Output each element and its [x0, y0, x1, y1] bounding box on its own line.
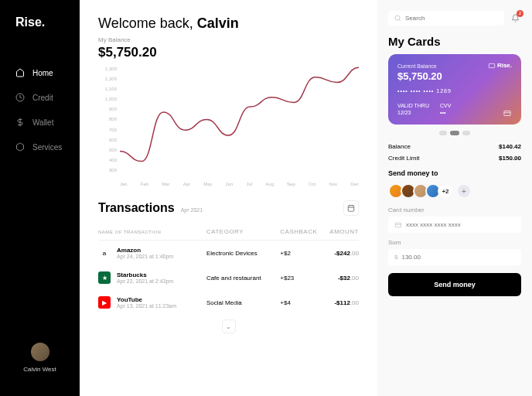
merchant-date: Apr 22, 2021 at 2:43pm	[117, 278, 173, 284]
card-number-input[interactable]	[406, 221, 515, 228]
row-cashback: +$2	[280, 250, 319, 257]
row-cashback: +$23	[280, 275, 319, 282]
dot[interactable]	[439, 131, 447, 135]
home-icon	[15, 68, 25, 77]
credit-card[interactable]: Rise. Current Balance $5,750.20 •••• •••…	[388, 54, 521, 125]
merchant-date: Apr 24, 2021 at 1:40pm	[117, 254, 173, 259]
balance-label: My Balance	[98, 36, 359, 43]
contacts-list: +2 +	[388, 183, 521, 199]
th-cashback: CASHBACK	[280, 228, 319, 235]
dollar-icon: $	[394, 254, 397, 261]
profile[interactable]: Calvin West	[0, 335, 80, 381]
transactions-title: Transactions	[98, 201, 175, 215]
svg-point-2	[395, 15, 400, 20]
merchant-name: YouTube	[117, 296, 176, 303]
cvv-label: CVV	[440, 103, 451, 108]
transactions-table: NAME OF TRANSACTION CATEGORY CASHBACK AM…	[98, 224, 359, 333]
merchant-icon: a	[98, 247, 111, 259]
balance-value: $5,750.20	[98, 45, 359, 60]
merchant-icon: ▶	[98, 296, 111, 309]
svg-rect-1	[348, 206, 354, 212]
th-amount: AMOUNT	[319, 228, 359, 235]
merchant-date: Apr 13, 2021 at 11:23am	[117, 303, 176, 309]
nav-home[interactable]: Home	[0, 60, 80, 85]
card-balance-label: Current Balance	[397, 63, 512, 69]
stat-credit: $150.00	[499, 155, 521, 162]
table-row[interactable]: aAmazonApr 24, 2021 at 1:40pmElectronic …	[98, 241, 359, 265]
dot-active[interactable]	[450, 131, 459, 135]
calendar-icon	[347, 204, 355, 212]
send-title: Send money to	[388, 169, 521, 177]
avatar	[31, 343, 49, 361]
row-amount: -$242.00	[319, 250, 359, 257]
row-cashback: +$4	[280, 299, 319, 306]
nav-label: Home	[32, 69, 53, 77]
calendar-button[interactable]	[343, 200, 359, 216]
notifications-button[interactable]: 2	[509, 12, 521, 25]
dot[interactable]	[462, 131, 470, 135]
row-amount: -$32.00	[319, 275, 359, 282]
row-amount: -$112.00	[319, 299, 359, 306]
cvv-value: •••	[440, 110, 451, 115]
nav-label: Services	[32, 143, 62, 152]
valid-label: VALID THRU	[397, 103, 429, 108]
clock-icon	[15, 93, 25, 102]
search-box[interactable]	[388, 11, 504, 26]
search-input[interactable]	[405, 15, 498, 22]
table-row[interactable]: ▶YouTubeApr 13, 2021 at 11:23amSocial Me…	[98, 290, 359, 315]
stat-balance: $140.42	[499, 143, 521, 150]
dollar-icon	[15, 118, 25, 127]
row-category: Social Media	[206, 299, 280, 306]
card-icon	[394, 222, 402, 228]
stat-credit-label: Credit Limit	[388, 155, 419, 162]
th-category: CATEGORY	[206, 228, 280, 235]
svg-rect-4	[504, 111, 510, 116]
add-contact-button[interactable]: +	[456, 183, 472, 199]
welcome-heading: Welcome back, Calvin	[98, 15, 359, 32]
table-row[interactable]: ★StarbucksApr 22, 2021 at 2:43pmCafe and…	[98, 265, 359, 290]
sum-label: Sum	[388, 239, 521, 246]
box-icon	[15, 142, 25, 152]
send-money-button[interactable]: Send money	[388, 273, 521, 296]
card-icon	[503, 110, 512, 117]
transactions-period: Apr 2021	[181, 207, 203, 213]
sidebar-nav: Home Credit Wallet Services	[0, 60, 80, 335]
svg-rect-5	[395, 223, 401, 227]
row-category: Electronic Devices	[206, 250, 280, 257]
card-balance: $5,750.20	[397, 70, 512, 82]
notification-badge: 2	[517, 10, 523, 17]
nav-label: Wallet	[32, 118, 53, 127]
sum-input[interactable]	[401, 254, 515, 261]
card-number-label: Card number	[388, 207, 521, 213]
nav-credit[interactable]: Credit	[0, 85, 80, 110]
nav-wallet[interactable]: Wallet	[0, 110, 80, 135]
profile-name: Calvin West	[8, 366, 72, 373]
card-number-field[interactable]	[388, 217, 521, 233]
balance-chart: 1,3001,2001,1001,00090080070060050040030…	[98, 67, 359, 186]
card-pagination	[388, 131, 521, 135]
card-number: •••• •••• •••• 1289	[397, 88, 512, 94]
valid-value: 12/23	[397, 110, 429, 115]
merchant-icon: ★	[98, 271, 111, 284]
sum-field[interactable]: $	[388, 249, 521, 265]
merchant-name: Amazon	[117, 247, 173, 254]
contacts-more[interactable]: +2	[438, 183, 453, 199]
merchant-name: Starbucks	[117, 271, 173, 278]
search-icon	[394, 15, 401, 22]
brand-logo: Rise.	[0, 15, 80, 29]
stat-balance-label: Balance	[388, 143, 411, 150]
cards-title: My Cards	[388, 35, 521, 48]
row-category: Cafe and restaurant	[206, 275, 280, 282]
nav-services[interactable]: Services	[0, 135, 80, 159]
th-name: NAME OF TRANSACTION	[98, 228, 206, 235]
nav-label: Credit	[32, 94, 53, 102]
expand-button[interactable]: ⌄	[222, 319, 236, 333]
